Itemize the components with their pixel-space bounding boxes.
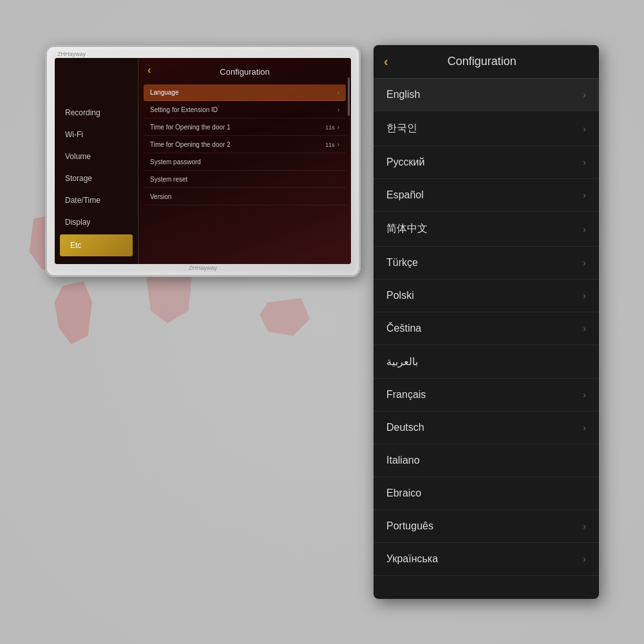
main-content: ZHHayway Recording Wi-Fi Volume Storage: [0, 26, 644, 618]
device-menu-list: Language › Setting for Extension ID › Ti…: [144, 84, 346, 205]
right-panel-title: Configuration: [395, 55, 569, 68]
sidebar-item-display[interactable]: Display: [55, 211, 138, 233]
lang-arrow-7: ›: [583, 323, 586, 334]
device-screen: Recording Wi-Fi Volume Storage Date/Time: [55, 58, 351, 264]
menu-arrow-2: ›: [337, 124, 339, 131]
device-tablet: ZHHayway Recording Wi-Fi Volume Storage: [45, 45, 361, 277]
lang-item-turkish[interactable]: Türkçe ›: [374, 247, 599, 279]
sidebar-item-wifi[interactable]: Wi-Fi: [55, 124, 138, 146]
lang-arrow-0: ›: [583, 90, 586, 100]
menu-item-door2[interactable]: Time for Opening the door 2 11s ›: [144, 137, 346, 153]
language-list: English › 한국인 › Русский › Español › 简体中文…: [374, 79, 599, 576]
lang-arrow-10: ›: [583, 422, 586, 433]
lang-item-chinese[interactable]: 简体中文 ›: [374, 212, 599, 247]
lang-item-portuguese[interactable]: Português ›: [374, 510, 599, 543]
lang-item-czech[interactable]: Čeština ›: [374, 312, 599, 345]
lang-item-hebrew[interactable]: Ebraico: [374, 477, 599, 510]
device-main: ‹ Configuration Language › Setting for E…: [138, 58, 351, 264]
sidebar-item-etc[interactable]: Etc: [60, 234, 133, 256]
sidebar-item-datetime[interactable]: Date/Time: [55, 189, 138, 211]
sidebar-item-storage[interactable]: Storage: [55, 167, 138, 189]
lang-arrow-1: ›: [583, 124, 586, 134]
lang-item-spanish[interactable]: Español ›: [374, 179, 599, 212]
sidebar-item-recording[interactable]: Recording: [55, 102, 138, 124]
menu-item-reset[interactable]: System reset: [144, 171, 346, 188]
lang-item-russian[interactable]: Русский ›: [374, 146, 599, 179]
menu-item-door1[interactable]: Time for Opening the door 1 11s ›: [144, 119, 346, 136]
menu-arrow-3: ›: [337, 141, 339, 148]
menu-item-language[interactable]: Language ›: [144, 84, 346, 101]
lang-arrow-5: ›: [583, 258, 586, 268]
device-sidebar-items: Recording Wi-Fi Volume Storage Date/Time: [55, 102, 138, 258]
lang-item-arabic[interactable]: بالعربية: [374, 345, 599, 379]
device-scrollbar[interactable]: [348, 77, 350, 116]
lang-arrow-4: ›: [583, 224, 586, 234]
lang-item-italian[interactable]: Italiano: [374, 444, 599, 477]
right-panel-header: ‹ Configuration: [374, 45, 599, 79]
lang-item-german[interactable]: Deutsch ›: [374, 412, 599, 444]
menu-arrow-0: ›: [337, 89, 339, 96]
lang-item-english[interactable]: English ›: [374, 79, 599, 111]
device-sidebar: Recording Wi-Fi Volume Storage Date/Time: [55, 58, 138, 264]
lang-arrow-13: ›: [583, 521, 586, 531]
lang-arrow-6: ›: [583, 290, 586, 301]
lang-item-korean[interactable]: 한국인 ›: [374, 111, 599, 146]
sidebar-item-volume[interactable]: Volume: [55, 146, 138, 167]
lang-arrow-14: ›: [583, 554, 586, 564]
right-panel-back-button[interactable]: ‹: [384, 54, 388, 69]
lang-item-french[interactable]: Français ›: [374, 379, 599, 412]
device-watermark-bottom: ZHHayway: [189, 265, 217, 271]
device-back-button[interactable]: ‹: [144, 63, 155, 77]
lang-item-polish[interactable]: Polski ›: [374, 279, 599, 312]
menu-arrow-1: ›: [337, 106, 339, 113]
menu-item-password[interactable]: System password: [144, 154, 346, 171]
menu-item-extension-id[interactable]: Setting for Extension ID ›: [144, 102, 346, 118]
device-configuration-title: Configuration: [144, 63, 346, 82]
lang-arrow-2: ›: [583, 157, 586, 167]
right-panel: ‹ Configuration English › 한국인 › Русский …: [374, 45, 599, 599]
menu-item-version[interactable]: Version: [144, 189, 346, 205]
lang-arrow-3: ›: [583, 190, 586, 200]
device-watermark-top: ZHHayway: [57, 51, 86, 57]
lang-arrow-9: ›: [583, 390, 586, 400]
lang-item-ukrainian[interactable]: Українська ›: [374, 543, 599, 576]
